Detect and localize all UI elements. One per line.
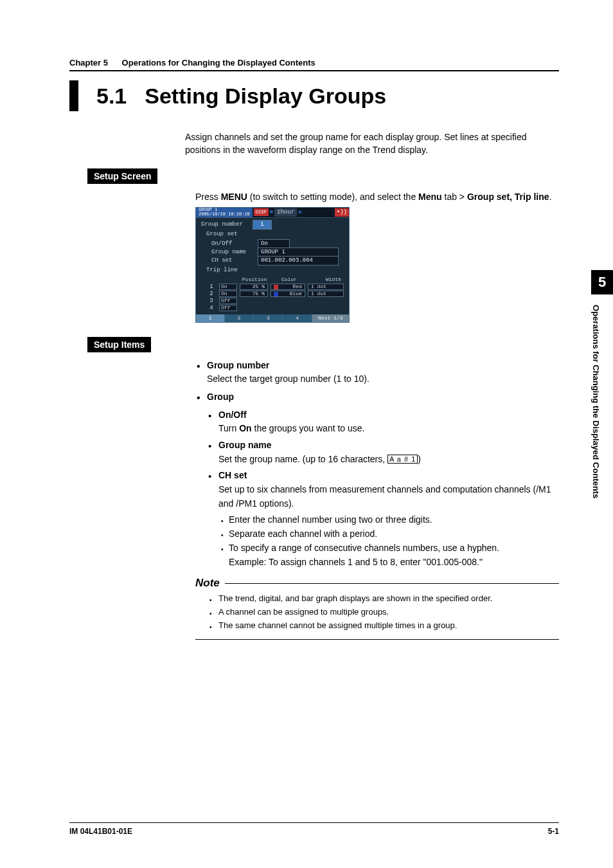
trip-onoff: Off <box>219 305 237 311</box>
note-list: The trend, digital, and bar graph displa… <box>195 592 559 639</box>
period: . <box>549 192 552 202</box>
group-set-heading: Group set <box>201 229 344 239</box>
trip-pos: 75 % <box>240 291 268 297</box>
ch-b3: To specify a range of consecutive channe… <box>195 541 559 569</box>
row-ch-set: CH set 001.002.003.004 <box>211 257 339 265</box>
disp-icon: DISP <box>254 208 269 216</box>
onoff-label: On/Off <box>211 240 258 248</box>
footer-next: Next 1/3 <box>312 314 349 322</box>
footer-tab-3: 3 <box>254 314 283 322</box>
chapter-number: Chapter 5 <box>69 58 108 68</box>
trip-table: Position Color Width 1On25 %Red1 dot2On7… <box>196 276 349 314</box>
note-block: Note The trend, digital, and bar graph d… <box>195 577 559 639</box>
footer-tab-1: 1 <box>196 314 225 322</box>
note-item-3: The same channel cannot be assigned mult… <box>209 619 559 633</box>
title-bar-icon <box>69 80 78 111</box>
page-footer: IM 04L41B01-01E 5-1 <box>69 822 559 836</box>
group-head: Group <box>207 392 234 402</box>
th-width: Width <box>308 276 344 284</box>
trip-row: 1On25 %Red1 dot <box>204 284 344 291</box>
trip-color: Red <box>271 284 305 290</box>
trip-onoff: On <box>219 284 237 290</box>
trip-pos: 25 % <box>240 284 268 290</box>
onoff-on: On <box>239 423 251 433</box>
line1b: (to switch to setting mode), and select … <box>247 192 418 202</box>
target-item: Group set, Trip line <box>467 192 549 202</box>
item-ch-set: CH set Set up to six channels from measu… <box>195 469 559 511</box>
topbar-group: GROUP 1 2005/10/10 10:10:10 <box>196 208 253 217</box>
topbar-datetime: 2005/10/10 10:10:10 <box>199 212 250 217</box>
setup-items-body: Group number Select the target group num… <box>195 359 559 570</box>
note-head: Note <box>195 577 559 590</box>
intro-text: Assign channels and set the group name f… <box>185 131 559 157</box>
line1c: tab > <box>442 192 467 202</box>
trip-idx: 4 <box>204 304 219 312</box>
side-tab-text: Operations for Changing the Displayed Co… <box>591 294 606 498</box>
note-item-2: A channel can be assigned to multiple gr… <box>209 606 559 619</box>
group-number-label: Group number <box>201 221 253 229</box>
chset-value: 001.002.003.004 <box>258 256 339 266</box>
item-group-number: Group number Select the target group num… <box>195 359 559 386</box>
stop-icon: ■ <box>270 208 273 217</box>
circle-icon: ◉ <box>298 208 301 217</box>
item-group-name: Group name Set the group name. (up to 16… <box>195 439 559 466</box>
chset-label: CH set <box>211 257 258 265</box>
trip-row: 4Off <box>204 305 344 312</box>
group-number-value: 1 <box>253 220 272 230</box>
chapter-header: Chapter 5 Operations for Changing the Di… <box>69 58 559 71</box>
gname-head: Group name <box>218 440 271 450</box>
menu-tab: Menu <box>418 192 442 202</box>
chset-body: Set up to six channels from measurement … <box>218 484 551 509</box>
th-position: Position <box>238 276 271 284</box>
footer-tab-4: 4 <box>283 314 312 322</box>
trip-color: Blue <box>271 291 305 297</box>
setup-screen-label: Setup Screen <box>87 168 157 184</box>
section-title: Setting Display Groups <box>145 84 386 109</box>
trip-head: Position Color Width <box>204 276 344 284</box>
group-number-head: Group number <box>207 360 269 370</box>
item-group: Group <box>195 390 559 404</box>
device-screenshot: GROUP 1 2005/10/10 10:10:10 DISP ■ 1hour… <box>195 207 350 323</box>
trip-onoff: On <box>219 291 237 297</box>
char-mode-icon: A a # 1 <box>387 455 418 464</box>
footer-left: IM 04L41B01-01E <box>69 827 132 836</box>
note-line-icon <box>225 583 559 584</box>
device-topbar: GROUP 1 2005/10/10 10:10:10 DISP ■ 1hour… <box>196 208 349 218</box>
menu-key: MENU <box>221 192 247 202</box>
footer-tab-2: 2 <box>225 314 254 322</box>
setup-screen-body: Press MENU (to switch to setting mode), … <box>195 190 559 323</box>
th-color: Color <box>271 276 308 284</box>
group-number-body: Select the target group number (1 to 10)… <box>207 374 369 384</box>
ch-b3a: To specify a range of consecutive channe… <box>229 543 499 553</box>
setup-items-label: Setup Items <box>87 337 151 352</box>
section-title-row: 5.1 Setting Display Groups <box>69 80 559 111</box>
onoff-a: Turn <box>218 423 239 433</box>
onoff-head: On/Off <box>218 410 247 420</box>
trip-onoff: Off <box>219 298 237 304</box>
chapter-title: Operations for Changing the Displayed Co… <box>122 58 315 68</box>
trip-line-heading: Trip line <box>201 265 344 275</box>
section-number: 5.1 <box>96 84 127 109</box>
topbar-time: 1hour <box>274 208 297 217</box>
gname-b: ) <box>418 454 421 464</box>
note-item-1: The trend, digital, and bar graph displa… <box>209 592 559 606</box>
group-name-label: Group name <box>211 248 258 257</box>
ch-b3b: Example: To assign channels 1 and 5 to 8… <box>229 557 483 567</box>
trip-width: 1 dot <box>308 284 344 290</box>
side-tab: 5 Operations for Changing the Displayed … <box>591 270 613 498</box>
trip-row: 3Off <box>204 298 344 305</box>
item-onoff: On/Off Turn On the groups you want to us… <box>195 408 559 436</box>
chset-head: CH set <box>218 470 247 480</box>
note-head-text: Note <box>195 577 220 590</box>
side-tab-number: 5 <box>591 270 613 294</box>
trip-width: 1 dot <box>308 291 344 297</box>
rec-icon: •)) <box>335 208 349 217</box>
ch-b1: Enter the channel number using two or th… <box>195 513 559 527</box>
press-text: Press <box>195 192 221 202</box>
footer-right: 5-1 <box>548 827 559 836</box>
trip-row: 2On75 %Blue1 dot <box>204 291 344 298</box>
device-footer: 1 2 3 4 Next 1/3 <box>196 314 349 322</box>
gname-a: Set the group name. (up to 16 characters… <box>218 454 387 464</box>
row-group-number: Group number 1 <box>201 221 344 229</box>
ch-b2: Separate each channel with a period. <box>195 527 559 541</box>
